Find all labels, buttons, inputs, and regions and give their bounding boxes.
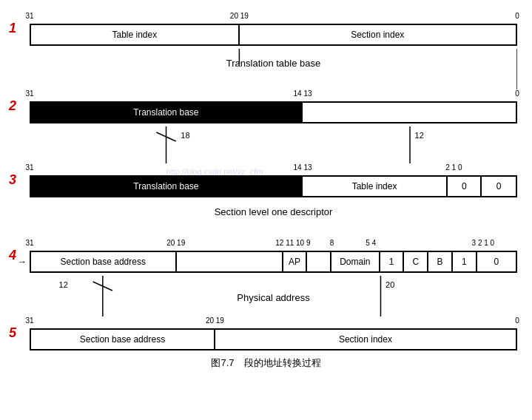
row3-label: 3 bbox=[9, 172, 16, 188]
row4-ap: AP bbox=[283, 252, 308, 271]
row1-label: 1 bbox=[9, 21, 16, 36]
row2-bit-31: 31 bbox=[25, 89, 33, 98]
row3-bit-31: 31 bbox=[25, 163, 33, 172]
row4-to-row5-arrows: 12 20 bbox=[30, 276, 517, 316]
row4-bit0: 0 bbox=[477, 252, 516, 271]
row4-bit1: 1 bbox=[380, 252, 405, 271]
row1-bar: Table index Section index bbox=[30, 24, 517, 46]
row1-table-index: Table index bbox=[31, 25, 240, 44]
row2-title: Translation table base bbox=[30, 58, 517, 69]
row4-bit-12119: 12 11 10 9 bbox=[275, 239, 310, 247]
row2-bit-1413: 14 13 bbox=[294, 89, 312, 98]
svg-text:12: 12 bbox=[59, 280, 68, 289]
row4-bit-3210: 3 2 1 0 bbox=[472, 239, 495, 247]
row1-section-index: Section index bbox=[240, 25, 516, 44]
row4-bit-54: 5 4 bbox=[366, 239, 376, 247]
row2-bar: Translation base bbox=[30, 101, 517, 123]
row4-bit1b: 1 bbox=[453, 252, 477, 271]
svg-text:12: 12 bbox=[415, 131, 424, 140]
row3-bit0a: 0 bbox=[448, 177, 482, 196]
row2-bit-0: 0 bbox=[515, 89, 519, 98]
row5-label: 5 bbox=[9, 325, 16, 341]
row5-section-base: Section base address bbox=[31, 330, 215, 349]
row4-label: 4 bbox=[9, 248, 16, 263]
row4-bit-8: 8 bbox=[330, 239, 334, 247]
svg-text:20: 20 bbox=[385, 280, 394, 289]
row4-section-base: Section base address bbox=[31, 252, 177, 271]
row4-blank2 bbox=[307, 252, 331, 271]
row4-domain: Domain bbox=[331, 252, 380, 271]
row4-bitB: B bbox=[428, 252, 453, 271]
row3-translation-base: Translation base bbox=[31, 177, 303, 196]
row4-bar: → Section base address AP Domain 1 C B 1… bbox=[30, 251, 517, 273]
row3-table-index: Table index bbox=[303, 177, 448, 196]
row4-bitC: C bbox=[404, 252, 428, 271]
row5-bit-0: 0 bbox=[515, 316, 519, 325]
row3-to-row4-arrows bbox=[30, 200, 517, 239]
row1-bit-0: 0 bbox=[515, 12, 519, 20]
row4-bit-31: 31 bbox=[25, 239, 33, 247]
row5-section-index: Section index bbox=[215, 330, 516, 349]
row3-bit0b: 0 bbox=[482, 177, 516, 196]
row2-label: 2 bbox=[9, 98, 16, 114]
row2-translation-base: Translation base bbox=[31, 103, 303, 122]
row4-blank1 bbox=[177, 252, 283, 271]
row5-bit-2019: 20 19 bbox=[206, 316, 224, 325]
svg-text:18: 18 bbox=[181, 131, 189, 140]
row1-bit-2019: 20 19 bbox=[230, 12, 249, 20]
row2-rest bbox=[303, 103, 516, 122]
row5-bit-31: 31 bbox=[25, 316, 33, 325]
row3-bit-1413: 14 13 bbox=[294, 163, 312, 172]
row1-bit-31: 31 bbox=[25, 12, 33, 20]
row5-bar: Section base address Section index bbox=[30, 328, 517, 350]
row1-to-row2-arrows bbox=[30, 49, 517, 89]
row3-bit-210: 2 1 0 bbox=[445, 163, 462, 172]
row3-bar: Translation base Table index 0 0 bbox=[30, 175, 517, 197]
row4-bit-2019: 20 19 bbox=[166, 239, 185, 247]
caption: 图7.7 段的地址转换过程 bbox=[7, 356, 525, 370]
row2-to-row3-arrows: 18 12 bbox=[30, 126, 517, 163]
